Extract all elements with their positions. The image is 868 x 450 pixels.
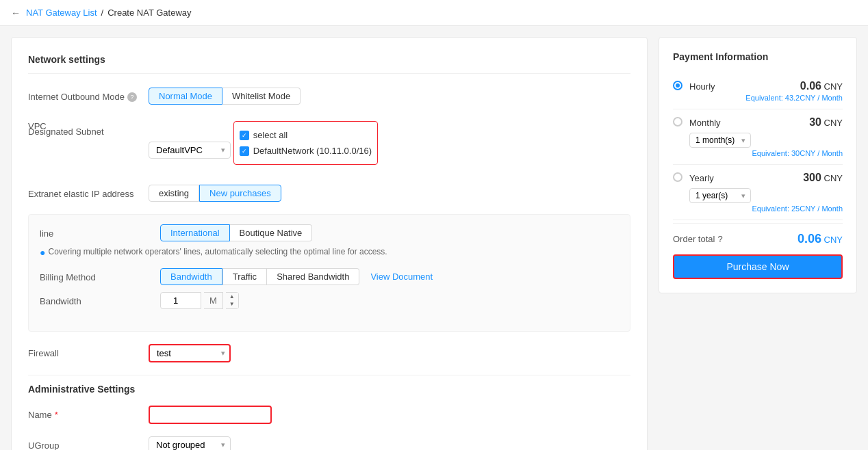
billing-method-btngroup: Bandwidth Traffic Shared Bandwidth <box>160 268 359 285</box>
payment-yearly[interactable]: Yearly 300 CNY 1 year(s) 2 year(s) 3 yea… <box>673 165 843 220</box>
back-button[interactable]: ← <box>11 8 21 18</box>
international-button[interactable]: International <box>160 224 230 241</box>
line-btngroup: International Boutique Native <box>160 224 619 241</box>
yearly-label: Yearly <box>689 173 714 183</box>
internet-outbound-mode-btngroup: Normal Mode Whitelist Mode <box>149 88 630 105</box>
purchase-now-button[interactable]: Purchase Now <box>673 254 843 279</box>
shared-bandwidth-button[interactable]: Shared Bandwidth <box>267 268 359 285</box>
line-info: ● Covering multiple network operators' l… <box>40 247 619 259</box>
normal-mode-button[interactable]: Normal Mode <box>149 88 222 105</box>
designated-subnet-label: Designated Subnet <box>28 122 138 137</box>
left-panel: Network settings Internet Outbound Mode … <box>11 37 648 450</box>
default-network-label: DefaultNetwork (10.11.0.0/16) <box>253 146 372 156</box>
view-document-button[interactable]: View Document <box>365 269 438 284</box>
bandwidth-input-group: M ▲ ▼ <box>160 292 619 309</box>
ugroup-select-wrapper: Not grouped <box>149 436 231 450</box>
order-total-help-icon[interactable]: ? <box>717 234 722 244</box>
bandwidth-unit: M <box>204 292 223 309</box>
firewall-select-wrapper: test <box>149 344 231 362</box>
ugroup-select[interactable]: Not grouped <box>149 436 231 450</box>
yearly-duration-wrapper: 1 year(s) 2 year(s) 3 year(s) <box>689 188 751 203</box>
subnet-select-all[interactable]: ✓ select all <box>240 127 372 143</box>
bandwidth-spinner: ▲ ▼ <box>226 292 239 309</box>
line-section: line International Boutique Native ● Cov… <box>28 214 630 332</box>
name-label: Name * <box>28 406 138 420</box>
new-purchases-button[interactable]: New purchases <box>199 185 281 202</box>
whitelist-mode-button[interactable]: Whitelist Mode <box>222 88 301 105</box>
top-bar: ← NAT Gateway List / Create NAT Gateway <box>0 0 868 26</box>
breadcrumb-parent[interactable]: NAT Gateway List <box>26 8 97 18</box>
billing-method-control: Bandwidth Traffic Shared Bandwidth View … <box>160 268 619 285</box>
monthly-duration-select[interactable]: 1 month(s) 2 month(s) 3 month(s) 6 month… <box>689 133 751 148</box>
monthly-duration-wrapper: 1 month(s) 2 month(s) 3 month(s) 6 month… <box>689 133 751 148</box>
select-all-checkbox[interactable]: ✓ <box>240 131 249 140</box>
monthly-price: 30 CNY <box>809 116 843 129</box>
right-panel: Payment Information Hourly 0.06 CNY Equi… <box>659 37 857 293</box>
bandwidth-decrement[interactable]: ▼ <box>226 300 238 308</box>
info-icon: ● <box>40 247 45 259</box>
yearly-duration-select[interactable]: 1 year(s) 2 year(s) 3 year(s) <box>689 188 751 203</box>
hourly-equiv: Equivalent: 43.2CNY / Month <box>689 94 843 102</box>
yearly-sub: 1 year(s) 2 year(s) 3 year(s) <box>689 188 843 203</box>
hourly-radio[interactable] <box>673 81 682 90</box>
payment-hourly[interactable]: Hourly 0.06 CNY Equivalent: 43.2CNY / Mo… <box>673 73 843 109</box>
line-row: line International Boutique Native <box>40 224 619 241</box>
network-settings-title: Network settings <box>28 54 630 74</box>
monthly-radio[interactable] <box>673 117 682 127</box>
help-icon[interactable]: ? <box>127 92 137 102</box>
internet-outbound-mode-label: Internet Outbound Mode ? <box>28 88 138 102</box>
traffic-button[interactable]: Traffic <box>222 268 267 285</box>
vpc-select-wrapper: DefaultVPC <box>149 142 231 159</box>
breadcrumb-separator: / <box>101 8 104 18</box>
ugroup-row: UGroup Not grouped <box>28 436 630 450</box>
extranet-ip-label: Extranet elastic IP address <box>28 185 138 199</box>
hourly-label: Hourly <box>689 81 715 92</box>
breadcrumb-current: Create NAT Gateway <box>107 8 191 18</box>
vpc-control: DefaultVPC ✓ select all ✓ DefaultNetwork… <box>149 117 630 165</box>
name-input[interactable] <box>149 406 272 424</box>
hourly-header: Hourly 0.06 CNY <box>689 80 843 92</box>
extranet-ip-row: Extranet elastic IP address existing New… <box>28 185 630 202</box>
bandwidth-label: Bandwidth <box>40 292 149 306</box>
yearly-header: Yearly 300 CNY <box>689 172 843 184</box>
existing-button[interactable]: existing <box>149 185 199 202</box>
bandwidth-increment[interactable]: ▲ <box>226 293 238 301</box>
order-total-label: Order total ? <box>673 234 723 244</box>
firewall-row: Firewall test <box>28 344 630 362</box>
bandwidth-button[interactable]: Bandwidth <box>160 268 222 285</box>
monthly-content: Monthly 30 CNY 1 month(s) 2 month(s) 3 m… <box>689 116 843 157</box>
hourly-content: Hourly 0.06 CNY Equivalent: 43.2CNY / Mo… <box>689 80 843 102</box>
bandwidth-input[interactable] <box>160 292 201 309</box>
line-info-text: Covering multiple network operators' lin… <box>48 247 387 256</box>
bandwidth-control: M ▲ ▼ <box>160 292 619 309</box>
internet-outbound-mode-row: Internet Outbound Mode ? Normal Mode Whi… <box>28 88 630 105</box>
bandwidth-row: Bandwidth M ▲ ▼ <box>40 292 619 309</box>
name-row: Name * <box>28 406 630 424</box>
firewall-control: test <box>149 344 630 362</box>
line-label: line <box>40 224 149 239</box>
subnet-default-network[interactable]: ✓ DefaultNetwork (10.11.0.0/16) <box>240 143 372 159</box>
yearly-radio[interactable] <box>673 172 682 182</box>
yearly-price: 300 CNY <box>803 172 843 184</box>
order-total-row: Order total ? 0.06 CNY <box>673 223 843 252</box>
main-layout: Network settings Internet Outbound Mode … <box>0 26 868 450</box>
boutique-native-button[interactable]: Boutique Native <box>230 224 313 241</box>
admin-settings-title: Administrative Settings <box>28 375 630 395</box>
payment-monthly[interactable]: Monthly 30 CNY 1 month(s) 2 month(s) 3 m… <box>673 109 843 165</box>
required-marker: * <box>55 410 58 420</box>
vpc-select[interactable]: DefaultVPC <box>149 142 231 159</box>
monthly-equiv: Equivalent: 30CNY / Month <box>689 149 843 157</box>
billing-method-label: Billing Method <box>40 268 149 282</box>
order-total-price: 0.06 CNY <box>797 232 843 246</box>
extranet-ip-btngroup: existing New purchases <box>149 185 630 202</box>
line-control: International Boutique Native <box>160 224 619 241</box>
billing-method-row: Billing Method Bandwidth Traffic Shared … <box>40 268 619 285</box>
firewall-select[interactable]: test <box>149 344 231 362</box>
payment-title: Payment Information <box>673 51 843 62</box>
monthly-sub: 1 month(s) 2 month(s) 3 month(s) 6 month… <box>689 133 843 148</box>
internet-outbound-mode-control: Normal Mode Whitelist Mode <box>149 88 630 105</box>
default-network-checkbox[interactable]: ✓ <box>240 146 249 156</box>
subnet-dropdown: ✓ select all ✓ DefaultNetwork (10.11.0.0… <box>233 121 378 165</box>
ugroup-label: UGroup <box>28 436 138 450</box>
hourly-price: 0.06 CNY <box>800 80 843 92</box>
